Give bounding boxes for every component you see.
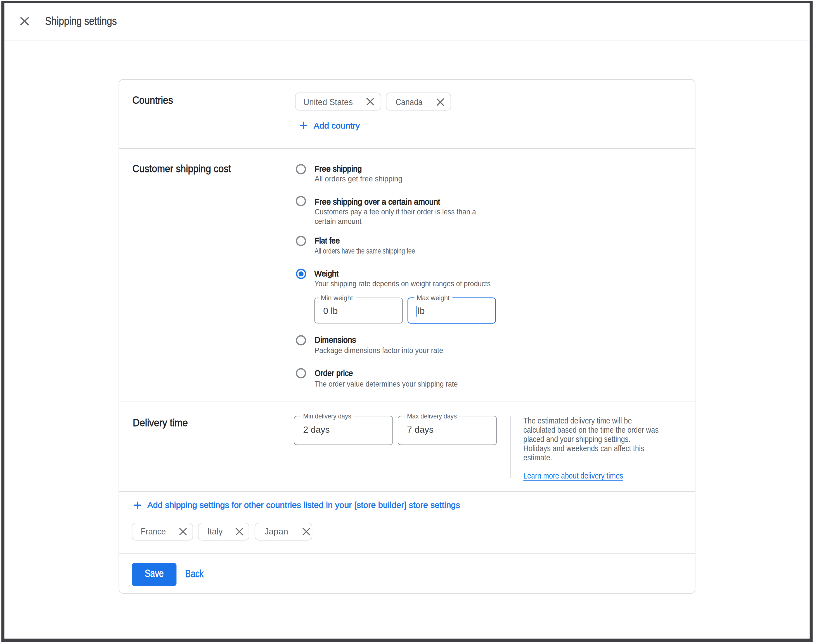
svg-text:All orders get free shipping: All orders get free shipping (314, 175, 402, 183)
svg-text:Flat fee: Flat fee (315, 236, 340, 245)
svg-text:Japan: Japan (264, 527, 288, 537)
svg-text:Customers pay a fee only if th: Customers pay a fee only if their order … (314, 208, 476, 216)
svg-text:Add country: Add country (314, 121, 360, 130)
svg-text:Free shipping over a certain a: Free shipping over a certain amount (315, 197, 440, 206)
svg-text:Canada: Canada (396, 97, 423, 107)
svg-text:Weight: Weight (314, 269, 339, 278)
svg-text:Order price: Order price (315, 368, 353, 378)
svg-text:The estimated delivery time wi: The estimated delivery time will be (523, 416, 632, 425)
svg-text:Add shipping settings for othe: Add shipping settings for other countrie… (147, 500, 460, 509)
svg-text:estimate.: estimate. (523, 453, 552, 462)
svg-text:Save: Save (145, 568, 164, 579)
svg-text:Learn more about delivery time: Learn more about delivery times (523, 471, 623, 480)
svg-text:Max weight: Max weight (417, 294, 450, 302)
svg-text:Your shipping rate depends on: Your shipping rate depends on weight ran… (314, 279, 491, 288)
svg-text:Shipping settings: Shipping settings (45, 15, 117, 28)
svg-text:placed and your shipping setti: placed and your shipping settings. (523, 434, 630, 443)
svg-text:2 days: 2 days (303, 425, 330, 435)
svg-text:Delivery time: Delivery time (133, 417, 188, 428)
svg-text:Customer shipping cost: Customer shipping cost (132, 163, 231, 175)
svg-text:certain amount: certain amount (314, 217, 362, 225)
svg-text:lb: lb (418, 306, 425, 316)
svg-text:France: France (141, 527, 166, 537)
svg-text:Free shipping: Free shipping (314, 164, 362, 173)
svg-text:Dimensions: Dimensions (315, 335, 356, 344)
svg-text:Min weight: Min weight (321, 294, 353, 302)
svg-text:7 days: 7 days (407, 425, 434, 435)
svg-text:Italy: Italy (207, 527, 223, 537)
svg-text:Back: Back (185, 568, 204, 580)
svg-text:calculated based on the time t: calculated based on the time the order w… (523, 425, 659, 434)
svg-text:Holidays and weekends can affe: Holidays and weekends can affect this (523, 443, 644, 453)
svg-text:Package dimensions factor into: Package dimensions factor into your rate (314, 346, 443, 355)
svg-text:0 lb: 0 lb (323, 306, 338, 316)
svg-text:The order value determines you: The order value determines your shipping… (314, 380, 458, 388)
svg-text:United States: United States (303, 97, 353, 107)
svg-text:Max delivery days: Max delivery days (407, 412, 457, 420)
svg-text:Countries: Countries (132, 95, 173, 106)
svg-text:All orders have the same shipp: All orders have the same shipping fee (314, 247, 415, 255)
svg-text:Min delivery days: Min delivery days (303, 412, 351, 420)
